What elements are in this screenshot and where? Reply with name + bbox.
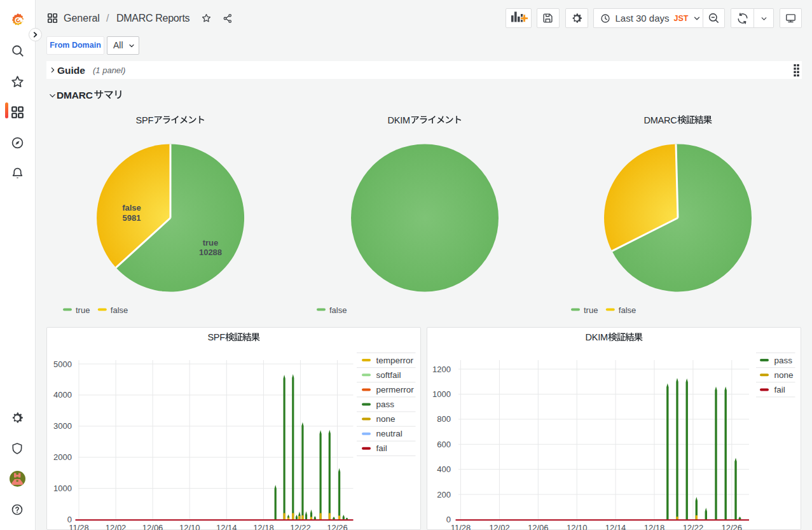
svg-text:5981: 5981 xyxy=(123,213,141,223)
svg-text:false: false xyxy=(329,305,347,315)
svg-text:false: false xyxy=(619,305,636,315)
svg-text:false: false xyxy=(122,203,141,213)
svg-text:DMARC: DMARC xyxy=(643,115,677,125)
svg-text:SPF: SPF xyxy=(136,115,154,125)
svg-text:false: false xyxy=(111,305,128,315)
svg-text:true: true xyxy=(203,238,219,248)
svg-text:true: true xyxy=(76,305,90,315)
svg-text:true: true xyxy=(584,305,598,315)
svg-text:10288: 10288 xyxy=(199,248,222,257)
svg-text:DKIM: DKIM xyxy=(388,115,410,125)
svg-text:DMARC: DMARC xyxy=(57,90,93,101)
